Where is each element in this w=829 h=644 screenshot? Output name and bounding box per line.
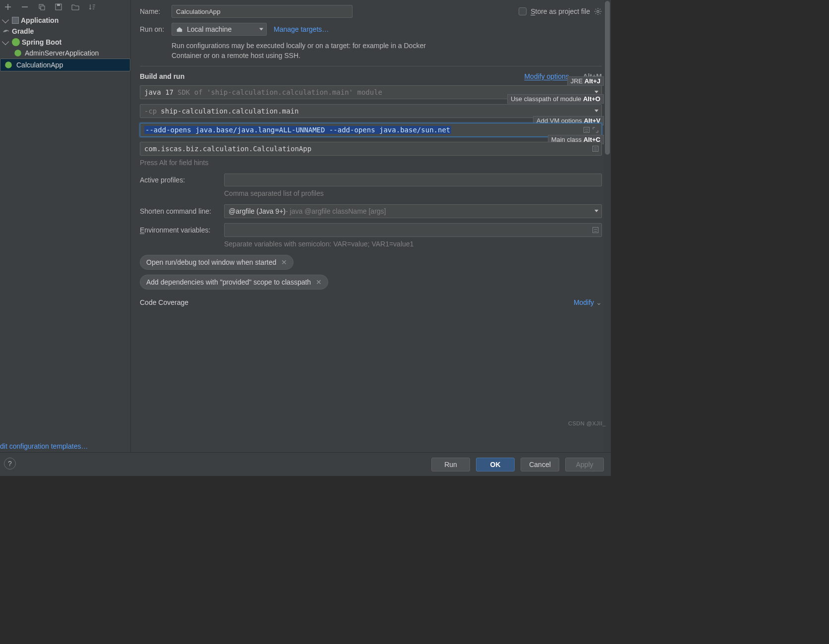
buildrun-title: Build and run — [140, 72, 184, 80]
coverage-title: Code Coverage — [140, 298, 188, 306]
pill-provided-deps[interactable]: Add dependencies with "provided" scope t… — [140, 275, 328, 290]
chevron-down-icon — [259, 28, 263, 31]
store-label: SStore as project filetore as project fi… — [531, 7, 590, 15]
dialog-footer: ? Run OK Cancel AApplypply — [0, 452, 611, 476]
tree-leaf-adminserver[interactable]: AdminServerApplication — [0, 48, 130, 59]
chevron-down-icon — [594, 91, 598, 93]
jdk-value: java 17 — [144, 88, 174, 96]
shorten-label: Shorten command line: — [140, 207, 224, 215]
run-button[interactable]: Run — [431, 458, 470, 471]
list-icon[interactable] — [584, 127, 590, 133]
cancel-button[interactable]: Cancel — [521, 458, 559, 471]
tree-leaf-calculationapp[interactable]: CalculationApp — [0, 59, 130, 71]
shorten-value: @argfile (Java 9+) — [229, 207, 286, 215]
copy-icon[interactable] — [37, 2, 47, 12]
runon-select[interactable]: Local machine — [172, 23, 267, 36]
tree-node-springboot[interactable]: Spring Boot — [0, 37, 130, 48]
list-icon[interactable] — [592, 227, 598, 233]
mainclass-input[interactable]: com.iscas.biz.calculation.CalculationApp — [140, 142, 602, 156]
expand-icon[interactable] — [592, 127, 598, 133]
svg-rect-3 — [57, 4, 60, 6]
profiles-input[interactable] — [224, 174, 602, 186]
env-input[interactable] — [224, 223, 602, 237]
shorten-suffix: - java @argfile className [args] — [286, 207, 386, 215]
modify-options-link[interactable]: Modify options — [524, 72, 569, 80]
name-label: Name: — [140, 7, 172, 15]
chevron-down-icon — [594, 210, 598, 212]
watermark: CSDN @XJII_ — [568, 420, 606, 426]
home-icon — [176, 26, 183, 33]
runon-label: Run on: — [140, 25, 172, 33]
spring-boot-icon — [5, 61, 12, 68]
pill-open-toolwindow[interactable]: Open run/debug tool window when started✕ — [140, 255, 294, 270]
folder-icon[interactable] — [70, 2, 80, 12]
manage-targets-link[interactable]: Manage targets… — [274, 25, 329, 33]
tree-label: Spring Boot — [22, 38, 61, 46]
tree-label: CalculationApp — [16, 61, 63, 69]
add-icon[interactable] — [3, 2, 13, 12]
runon-value: Local machine — [187, 25, 232, 33]
field-hint: Press Alt for field hints — [140, 159, 602, 167]
vm-value: --add-opens java.base/java.lang=ALL-UNNA… — [144, 126, 451, 134]
config-tree: Application Gradle Spring Boot AdminServ… — [0, 14, 130, 439]
tip-jre: JRE Alt+J — [567, 76, 604, 86]
coverage-modify-link[interactable]: Modify — [574, 298, 594, 306]
spring-boot-icon — [12, 38, 20, 46]
tree-label: Gradle — [12, 27, 34, 35]
tree-label: Application — [21, 16, 59, 24]
shorten-select[interactable]: @argfile (Java 9+) - java @argfile class… — [224, 204, 602, 218]
apply-button[interactable]: AApplypply — [565, 458, 604, 471]
gear-icon[interactable] — [594, 7, 602, 15]
tip-cp: Use classpath of module Alt+O — [507, 94, 604, 104]
name-input[interactable] — [172, 5, 353, 18]
close-icon[interactable]: ✕ — [281, 258, 287, 266]
env-hint: Separate variables with semicolon: VAR=v… — [224, 240, 602, 248]
cp-value: ship-calculation.calculation.main — [161, 107, 298, 115]
edit-templates-link[interactable]: dit configuration templates… — [0, 442, 88, 450]
svg-rect-1 — [41, 6, 45, 10]
profiles-label: Active profiles: — [140, 176, 224, 184]
spring-boot-icon — [14, 50, 21, 57]
chevron-down-icon — [2, 38, 9, 45]
tree-label: AdminServerApplication — [25, 49, 99, 57]
help-icon[interactable]: ? — [4, 458, 16, 469]
store-checkbox[interactable] — [519, 7, 527, 15]
profiles-hint: Comma separated list of profiles — [224, 189, 602, 197]
runon-desc: Run configurations may be executed local… — [172, 41, 449, 61]
close-icon[interactable]: ✕ — [316, 278, 322, 286]
mainclass-value: com.iscas.biz.calculation.CalculationApp — [144, 145, 311, 153]
cp-prefix: -cp — [144, 107, 157, 115]
ok-button[interactable]: OK — [476, 458, 515, 471]
chevron-down-icon — [2, 16, 9, 23]
vm-options-input[interactable]: --add-opens java.base/java.lang=ALL-UNNA… — [140, 123, 602, 137]
application-icon — [12, 17, 19, 24]
save-icon[interactable] — [54, 2, 63, 12]
jdk-suffix: SDK of 'ship-calculation.calculation.mai… — [178, 88, 382, 96]
tree-node-application[interactable]: Application — [0, 15, 130, 26]
svg-point-4 — [597, 10, 599, 12]
list-icon[interactable] — [592, 146, 598, 152]
gradle-icon — [2, 27, 10, 35]
chevron-down-icon — [594, 110, 598, 112]
remove-icon[interactable] — [20, 2, 30, 12]
sidebar: Application Gradle Spring Boot AdminServ… — [0, 0, 131, 452]
scrollbar[interactable] — [604, 0, 611, 452]
sort-icon[interactable] — [87, 2, 97, 12]
toolbar — [0, 0, 130, 14]
form-panel: Name: SStore as project filetore as proj… — [131, 0, 611, 452]
env-label: Environment variables: — [140, 226, 224, 234]
tree-node-gradle[interactable]: Gradle — [0, 26, 130, 37]
